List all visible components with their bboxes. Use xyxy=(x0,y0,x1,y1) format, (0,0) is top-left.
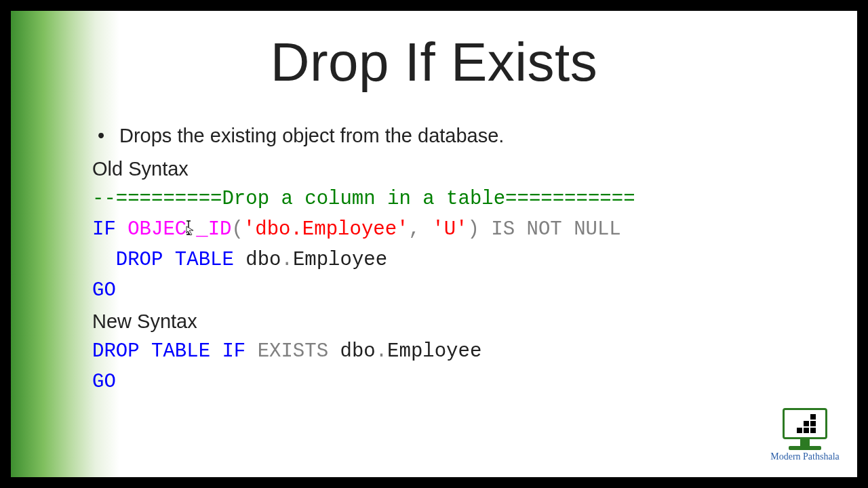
code-comma: , xyxy=(409,218,420,241)
code-keyword-if: IF xyxy=(92,218,116,241)
code-string-1: 'dbo.Employee' xyxy=(243,218,409,241)
code-if: IF xyxy=(222,340,245,363)
monitor-icon xyxy=(778,408,832,449)
brand-caption: Modern Pathshala xyxy=(768,451,842,462)
code-paren-close: ) xyxy=(468,218,479,241)
code-drop-table-1: DROP TABLE xyxy=(116,249,234,271)
code-func-objectid-b: _ID xyxy=(196,218,231,241)
code-dbo-2: dbo xyxy=(340,340,375,363)
code-isnotnull: IS NOT NULL xyxy=(491,218,620,241)
code-go-1: GO xyxy=(92,279,116,302)
slide-content: Drop If Exists Drops the existing object… xyxy=(11,11,857,477)
code-dot-2: . xyxy=(376,340,387,363)
new-syntax-label: New Syntax xyxy=(92,306,830,337)
slide-frame: Drop If Exists Drops the existing object… xyxy=(11,11,857,477)
bullet-description: Drops the existing object from the datab… xyxy=(92,121,830,151)
code-block-old: --=========Drop a column in a table=====… xyxy=(92,184,830,306)
slide-body: Drops the existing object from the datab… xyxy=(38,121,830,397)
code-paren-open: ( xyxy=(231,218,243,241)
brand-logo: Modern Pathshala xyxy=(768,408,842,462)
code-exists: EXISTS xyxy=(258,340,328,363)
code-employee-2: Employee xyxy=(387,340,481,363)
code-drop-table-2: DROP TABLE xyxy=(92,340,210,363)
code-dbo-1: dbo xyxy=(245,249,281,271)
code-employee-1: Employee xyxy=(293,249,387,271)
code-comment: --=========Drop a column in a table=====… xyxy=(92,188,635,210)
code-func-objectid-a: OBJEC xyxy=(127,218,186,241)
text-cursor-icon xyxy=(186,221,196,236)
old-syntax-label: Old Syntax xyxy=(92,154,830,184)
code-dot-1: . xyxy=(281,249,292,271)
code-block-new: DROP TABLE IF EXISTS dbo.Employee GO xyxy=(92,337,830,398)
slide-title: Drop If Exists xyxy=(38,31,830,94)
code-go-2: GO xyxy=(92,371,116,393)
code-string-2: 'U' xyxy=(432,218,467,241)
